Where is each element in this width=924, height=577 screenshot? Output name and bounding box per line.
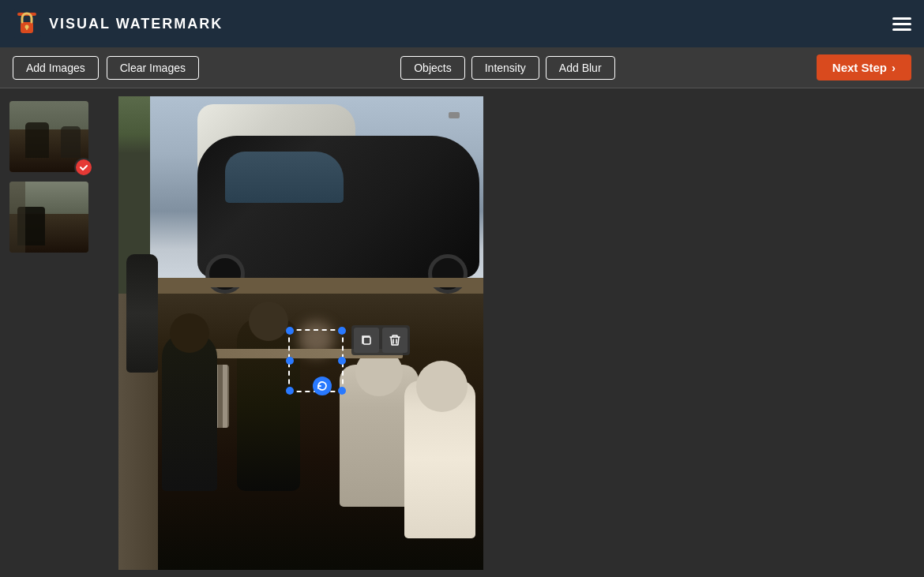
handle-mid-left[interactable] [286, 357, 294, 365]
objects-button[interactable]: Objects [400, 56, 464, 80]
app-title: VISUAL WATERMARK [49, 16, 223, 32]
canvas-area[interactable] [103, 88, 499, 577]
selected-badge [74, 158, 93, 177]
handle-bottom-right[interactable] [338, 387, 346, 395]
person-silhouette-3 [404, 380, 475, 538]
toolbar: Add Images Clear Images Objects Intensit… [0, 47, 924, 88]
handle-mid-right[interactable] [338, 357, 346, 365]
hamburger-menu[interactable] [892, 17, 911, 31]
header: VISUAL WATERMARK [0, 0, 924, 47]
svg-rect-5 [363, 337, 370, 344]
handle-top-left[interactable] [286, 327, 294, 335]
copy-button[interactable] [354, 328, 379, 353]
sidebar [0, 88, 103, 577]
main-content [0, 88, 924, 577]
thumbnail-2[interactable] [9, 182, 88, 253]
delete-button[interactable] [382, 328, 408, 353]
main-image [118, 96, 483, 570]
window-area [150, 96, 483, 294]
rotate-handle[interactable] [313, 377, 332, 395]
right-panel [499, 88, 924, 577]
logo-icon [13, 9, 41, 38]
logo-area: VISUAL WATERMARK [13, 9, 223, 38]
svg-rect-4 [26, 27, 28, 30]
next-step-button[interactable]: Next Step › [817, 54, 911, 81]
thumbnail-1[interactable] [9, 101, 88, 172]
add-blur-button[interactable]: Add Blur [546, 56, 615, 80]
intensity-button[interactable]: Intensity [471, 56, 539, 80]
image-workspace [118, 96, 483, 570]
add-images-button[interactable]: Add Images [13, 56, 99, 80]
clear-images-button[interactable]: Clear Images [107, 56, 199, 80]
handle-bottom-left[interactable] [286, 387, 294, 395]
toolbar-center: Objects Intensity Add Blur [207, 56, 809, 80]
thumbnail-2-image [9, 182, 88, 253]
float-toolbar [351, 325, 410, 355]
handle-top-right[interactable] [338, 327, 346, 335]
